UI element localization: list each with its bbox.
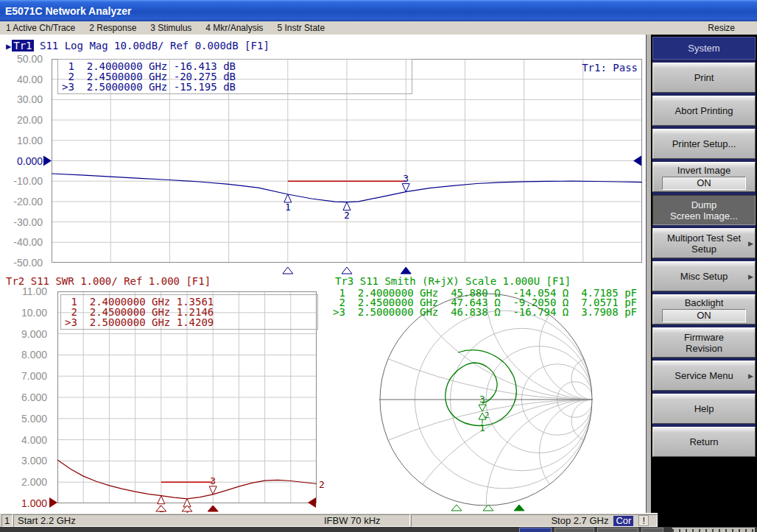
marker-row: >3 2.5000000 GHz -15.195 dB (62, 82, 408, 92)
softkey-label: Screen Image... (670, 210, 738, 221)
tr1-format-text: S11 Log Mag 10.00dB/ Ref 0.000dB [F1] (40, 40, 270, 52)
svg-text:3: 3 (479, 394, 485, 405)
y-axis-label: 0.000 (17, 155, 43, 167)
marker-row: 1 2.4000000 GHz 1.3561 (65, 297, 314, 307)
menu-item-5-instr-state[interactable]: 5 Instr State (277, 23, 325, 33)
menu-item-1-active-ch-trace[interactable]: 1 Active Ch/Trace (6, 23, 75, 33)
submenu-arrow-icon: ▶ (748, 273, 753, 280)
tr1-y-axis: 50.0040.0030.0020.0010.000.000-10.00-20.… (0, 59, 47, 263)
softkey-label: Invert Image (677, 165, 730, 176)
y-axis-label: 7.000 (21, 370, 47, 382)
clipped-instrument-status-strip (0, 527, 757, 532)
stimulus-marker-2 (342, 267, 352, 274)
softkey-print[interactable]: Print (652, 63, 756, 93)
clipped-status-segment (641, 528, 663, 532)
softkey-label: Help (694, 403, 714, 414)
marker-row: 2 2.4500000 GHz 1.2146 (65, 307, 314, 317)
svg-text:1: 1 (479, 422, 485, 433)
softkey-label: Dump (691, 199, 717, 210)
softkey-printer-setup[interactable]: Printer Setup... (652, 129, 756, 159)
softkey-label: Printer Setup... (672, 138, 736, 149)
menu-bar: 1 Active Ch/Trace2 Response3 Stimulus4 M… (0, 21, 757, 35)
y-axis-label: 2.000 (21, 476, 47, 488)
window-title: E5071C Network Analyzer (5, 5, 131, 17)
toggle-state: ON (662, 309, 746, 322)
ref-level-arrow-right (633, 156, 641, 166)
y-axis-label: 3.000 (21, 455, 47, 467)
menu-item-2-response[interactable]: 2 Response (89, 23, 136, 33)
tr1-badge: Tr1 (12, 40, 33, 52)
tr3-stimulus-marker-1 (451, 505, 462, 511)
y-axis-label: 4.000 (21, 434, 47, 446)
marker-row: >3 2.5000000 GHz 46.838 Ω -16.794 Ω 3.79… (333, 308, 637, 317)
tr3-smith-chart: 321 (379, 293, 593, 506)
y-axis-label: 40.00 (17, 74, 43, 85)
y-axis-label: 10.00 (17, 135, 43, 146)
ref-level-arrow-left (49, 497, 57, 508)
y-axis-label: 9.000 (21, 328, 47, 340)
tr3-stimulus-marker-3 (514, 505, 524, 511)
menu-item-4-mkr-analysis[interactable]: 4 Mkr/Analysis (205, 23, 263, 33)
clipped-status-segment (554, 528, 594, 532)
ref-level-arrow-right (308, 497, 316, 508)
menu-item-3-stimulus[interactable]: 3 Stimulus (150, 23, 191, 33)
softkey-invert-image[interactable]: Invert ImageON (652, 162, 756, 192)
status-bar: 1 Start 2.2 GHz IFBW 70 kHz Stop 2.7 GHz… (0, 513, 658, 528)
svg-text:2: 2 (344, 210, 350, 221)
tr2-swr-marker-1[interactable]: 1 (156, 496, 166, 514)
submenu-arrow-icon: ▶ (748, 372, 753, 380)
y-axis-label: 1.000 (21, 497, 47, 509)
softkey-abort-printing[interactable]: Abort Printing (652, 96, 756, 126)
stimulus-marker-3 (401, 267, 411, 274)
tr3-marker-readout: 1 2.4000000 GHz 45.880 Ω -14.054 Ω 4.718… (333, 288, 637, 317)
softkey-label: Return (689, 436, 718, 447)
softkey-service-menu[interactable]: Service Menu▶ (652, 361, 756, 391)
y-axis-label: -50.00 (13, 257, 43, 269)
softkey-label: Setup (691, 244, 716, 255)
softkey-firmware-revision[interactable]: FirmwareRevision (652, 327, 756, 358)
softkey-multiport-test-set-setup[interactable]: Multiport Test SetSetup▶ (652, 228, 756, 258)
start-frequency: Start 2.2 GHz (18, 515, 76, 526)
tr1-header-text (34, 40, 40, 52)
softkey-label: Print (694, 72, 714, 83)
clipped-status-segment (597, 528, 638, 532)
menu-items: 1 Active Ch/Trace2 Response3 Stimulus4 M… (0, 23, 339, 33)
softkey-help[interactable]: Help (652, 394, 756, 424)
svg-text:3: 3 (210, 475, 216, 486)
softkey-dump-screen-image[interactable]: DumpScreen Image... (652, 195, 756, 225)
y-axis-label: -10.00 (13, 175, 43, 187)
softkey-label: Firmware (684, 332, 724, 343)
submenu-arrow-icon: ▶ (748, 240, 753, 247)
ifbw-value: IFBW 70 kHz (324, 515, 381, 526)
marker-row: >3 2.5000000 GHz 1.4209 (65, 317, 314, 327)
resize-button[interactable]: Resize (708, 23, 735, 33)
tr1-header[interactable]: ▶Tr1 S11 Log Mag 10.00dB/ Ref 0.000dB [F… (6, 40, 270, 52)
y-axis-label: 50.00 (17, 53, 43, 65)
y-axis-label: 5.000 (21, 413, 47, 425)
tr2-y-axis: 11.0010.009.0008.0007.0006.0005.0004.000… (0, 291, 52, 503)
tr1-limit-result: Tr1: Pass (515, 62, 638, 74)
y-axis-label: -40.00 (13, 236, 43, 248)
softkey-menu: System PrintAbort PrintingPrinter Setup.… (651, 35, 757, 532)
y-axis-label: 10.00 (21, 307, 47, 319)
softkey-label: Misc Setup (680, 271, 728, 282)
softkey-label: Revision (686, 343, 722, 354)
marker-row: 1 2.4000000 GHz -16.413 dB (62, 61, 408, 71)
softkey-misc-setup[interactable]: Misc Setup▶ (652, 261, 756, 291)
tr2-marker-table: 1 2.4000000 GHz 1.3561 2 2.4500000 GHz 1… (60, 294, 318, 330)
softkey-label: Backlight (685, 297, 724, 308)
softkey-backlight[interactable]: BacklightON (652, 294, 756, 324)
softkey-return[interactable]: Return (652, 427, 756, 457)
e5071c-screen: E5071C Network Analyzer 1 Active Ch/Trac… (0, 0, 757, 532)
tr3-header[interactable]: Tr3 S11 Smith (R+jX) Scale 1.000U [F1] (335, 275, 571, 287)
correction-badge: Cor (613, 516, 633, 526)
clipped-status-segment (519, 528, 552, 532)
active-trace-arrow-icon: ▶ (6, 41, 11, 52)
stop-frequency: Stop 2.7 GHz (551, 515, 608, 526)
status-right-group: Stop 2.7 GHz Cor ! (551, 515, 649, 526)
ref-level-arrow-left (43, 156, 52, 166)
stimulus-marker-1 (283, 267, 293, 274)
y-axis-label: -30.00 (13, 216, 43, 228)
y-axis-label: -20.00 (13, 196, 43, 208)
marker-row: 2 2.4500000 GHz -20.275 dB (62, 71, 408, 82)
